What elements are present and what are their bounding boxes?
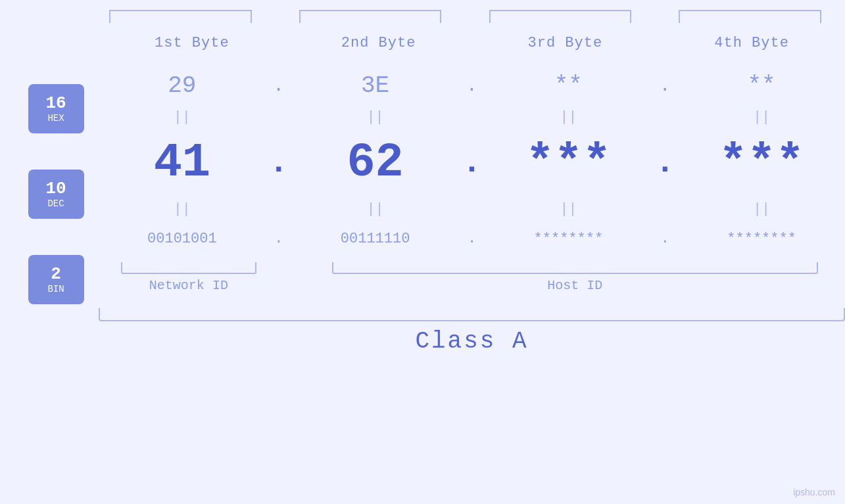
dec-val-1: 41 xyxy=(99,136,266,190)
bottom-brackets-container xyxy=(99,262,845,274)
host-id-label: Host ID xyxy=(305,278,845,293)
dec-badge: 10 DEC xyxy=(28,170,84,219)
hex-badge-label: HEX xyxy=(47,113,64,124)
eq-1-3: || xyxy=(485,109,652,126)
bracket-col-1 xyxy=(85,0,276,23)
bin-badge-label: BIN xyxy=(47,284,64,294)
eq-2-4: || xyxy=(678,201,845,218)
watermark: ipshu.com xyxy=(793,487,835,497)
byte-header-4: 4th Byte xyxy=(658,35,845,51)
bin-val-3: ******** xyxy=(485,231,652,247)
dec-sep-2: . xyxy=(459,147,485,179)
bracket-col-2 xyxy=(276,0,466,23)
dec-sep-3: . xyxy=(652,147,678,179)
bin-sep-1: . xyxy=(266,231,292,247)
hex-val-4: ** xyxy=(678,72,845,99)
main-container: 1st Byte 2nd Byte 3rd Byte 4th Byte 16 H… xyxy=(0,0,845,504)
eq-1-1: || xyxy=(99,109,266,126)
dec-val-4: *** xyxy=(678,136,845,190)
eq-1-4: || xyxy=(678,109,845,126)
dec-badge-label: DEC xyxy=(47,198,64,209)
class-bracket-container xyxy=(0,308,845,321)
top-brackets-row xyxy=(0,0,845,23)
class-label: Class A xyxy=(415,328,528,355)
hex-badge: 16 HEX xyxy=(28,84,84,133)
bracket-col-3 xyxy=(466,0,656,23)
content-area: 16 HEX 10 DEC 2 BIN 29 . xyxy=(0,58,845,304)
dec-val-3: *** xyxy=(485,136,652,190)
eq-2-1: || xyxy=(99,201,266,218)
badges-column: 16 HEX 10 DEC 2 BIN xyxy=(13,58,99,304)
byte-headers: 1st Byte 2nd Byte 3rd Byte 4th Byte xyxy=(0,35,845,51)
dec-badge-num: 10 xyxy=(45,179,66,198)
hex-sep-2: . xyxy=(459,76,485,96)
network-id-label: Network ID xyxy=(99,278,279,293)
eq-2-3: || xyxy=(485,201,652,218)
bin-val-4: ******** xyxy=(678,231,845,247)
bin-val-2: 00111110 xyxy=(292,231,459,247)
bin-badge-num: 2 xyxy=(51,265,61,284)
byte-header-1: 1st Byte xyxy=(99,35,285,51)
hex-sep-1: . xyxy=(266,76,292,96)
equal-row-1: || || || || xyxy=(99,107,845,127)
eq-2-2: || xyxy=(292,201,459,218)
dec-sep-1: . xyxy=(266,147,292,179)
byte-header-2: 2nd Byte xyxy=(285,35,472,51)
dec-val-2: 62 xyxy=(292,136,459,190)
network-bracket-container xyxy=(99,262,279,274)
hex-val-2: 3E xyxy=(292,72,459,99)
hex-val-1: 29 xyxy=(99,72,266,99)
bin-row: 00101001 . 00111110 . ******** . xyxy=(99,219,845,258)
host-bracket-container xyxy=(305,262,845,274)
id-labels: Network ID Host ID xyxy=(99,278,845,293)
class-label-container: Class A xyxy=(0,328,845,355)
bin-badge: 2 BIN xyxy=(28,255,84,304)
equal-row-2: || || || || xyxy=(99,199,845,219)
hex-row: 29 . 3E . ** . ** xyxy=(99,64,845,107)
bin-val-1: 00101001 xyxy=(99,231,266,247)
eq-1-2: || xyxy=(292,109,459,126)
bin-sep-3: . xyxy=(652,231,678,247)
dec-row: 41 . 62 . *** . *** xyxy=(99,127,845,199)
bracket-col-4 xyxy=(655,0,845,23)
bin-sep-2: . xyxy=(459,231,485,247)
values-grid: 29 . 3E . ** . ** xyxy=(99,58,845,293)
hex-val-3: ** xyxy=(485,72,652,99)
hex-badge-num: 16 xyxy=(45,94,66,113)
hex-sep-3: . xyxy=(652,76,678,96)
byte-header-3: 3rd Byte xyxy=(472,35,659,51)
